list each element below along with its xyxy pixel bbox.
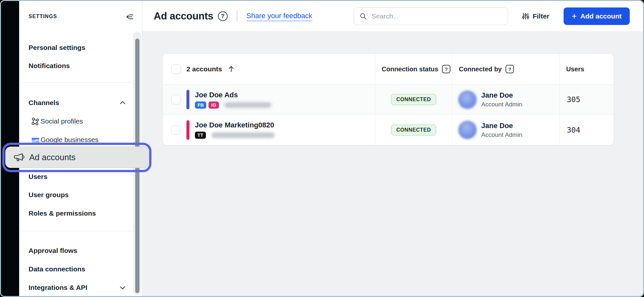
chevron-down-icon — [119, 284, 126, 291]
select-all-checkbox[interactable] — [171, 64, 181, 74]
sidebar-item-integrations-api[interactable]: Integrations & API — [19, 282, 131, 293]
table-header-connection-status: Connection status ? — [375, 54, 452, 84]
main-area: Ad accounts ? Share your feedback — [142, 1, 643, 296]
social-network-icon — [31, 117, 40, 126]
sidebar-item-google-businesses[interactable]: G Google businesses — [19, 134, 131, 146]
status-badge: CONNECTED — [391, 125, 436, 136]
redacted-account-id — [224, 102, 271, 108]
sidebar-item-label: Google businesses — [41, 136, 99, 144]
help-icon[interactable]: ? — [506, 65, 514, 73]
plus-icon: + — [572, 12, 577, 21]
sidebar-item-label: Roles & permissions — [29, 209, 96, 217]
instagram-badge: IG — [209, 101, 219, 109]
account-name: Joe Doe Ads — [195, 91, 271, 99]
redacted-account-id — [211, 132, 275, 138]
table-header-accounts: 2 accounts — [163, 54, 375, 84]
table-row-users-count: 305 — [559, 84, 614, 114]
table-row-status: CONNECTED — [375, 114, 452, 145]
facebook-badge: FB — [195, 101, 206, 109]
table-row-status: CONNECTED — [375, 84, 452, 114]
sidebar-item-ad-accounts[interactable]: Ad accounts — [5, 147, 150, 168]
header-divider — [237, 11, 237, 22]
ad-accounts-table: 2 accounts Connection status ? Connected… — [162, 53, 614, 145]
screenshot-frame: SETTINGS Personal settings Notifications… — [0, 0, 644, 297]
help-icon[interactable]: ? — [442, 65, 450, 73]
account-color-bar — [186, 90, 189, 109]
page-header: Ad accounts ? Share your feedback — [142, 1, 643, 32]
sidebar-item-channels[interactable]: Channels — [19, 97, 131, 109]
sidebar-item-data-connections[interactable]: Data connections — [19, 263, 131, 275]
connected-by-role: Account Admin — [481, 131, 522, 138]
table-row-account-name[interactable]: Joe Doe Ads FB IG — [163, 84, 375, 114]
search-icon — [359, 12, 367, 20]
table-header-users: Users — [559, 54, 614, 84]
status-badge: CONNECTED — [391, 94, 436, 105]
sidebar-item-label: Integrations & API — [29, 284, 87, 291]
sidebar-item-label: User groups — [29, 191, 69, 199]
table-row-connected-by: Jane Doe Account Admin — [452, 84, 559, 114]
sidebar-item-users[interactable]: Users — [19, 171, 131, 183]
filter-sliders-icon — [522, 12, 530, 20]
avatar — [458, 121, 477, 139]
content-area: 2 accounts Connection status ? Connected… — [142, 32, 643, 296]
share-feedback-link[interactable]: Share your feedback — [246, 12, 312, 21]
account-color-bar — [186, 120, 189, 140]
sidebar-item-notifications[interactable]: Notifications — [19, 60, 131, 72]
chevron-up-icon — [119, 99, 126, 107]
sidebar-item-label: Social profiles — [41, 117, 83, 125]
sidebar-item-personal-settings[interactable]: Personal settings — [19, 42, 131, 53]
avatar — [458, 90, 477, 109]
connected-by-role: Account Admin — [481, 101, 522, 108]
sidebar-item-label: Ad accounts — [29, 152, 76, 162]
google-business-icon: G — [31, 135, 40, 144]
row-checkbox[interactable] — [171, 125, 181, 135]
sidebar-divider — [22, 82, 132, 83]
sort-ascending-icon[interactable] — [228, 65, 235, 73]
sidebar-item-label: Approval flows — [29, 247, 78, 255]
page-title: Ad accounts — [154, 10, 213, 22]
sidebar-item-label: Personal settings — [29, 44, 85, 52]
account-name: Joe Doe Marketing0820 — [195, 121, 275, 129]
sidebar-item-label: Channels — [29, 99, 59, 107]
collapse-sidebar-icon[interactable] — [125, 13, 134, 21]
tiktok-badge: TT — [195, 132, 206, 139]
sidebar-item-social-profiles[interactable]: Social profiles — [19, 115, 131, 127]
search-input[interactable] — [371, 12, 503, 20]
sidebar-divider — [22, 231, 132, 231]
megaphone-icon — [13, 152, 24, 162]
table-row-users-count: 304 — [559, 114, 614, 145]
sidebar-item-label: Users — [29, 173, 47, 181]
connected-by-name: Jane Doe — [481, 122, 522, 130]
filter-label: Filter — [533, 12, 549, 20]
sidebar-item-label: Data connections — [29, 265, 85, 273]
sidebar-item-user-groups[interactable]: User groups — [19, 189, 131, 201]
filter-button[interactable]: Filter — [522, 12, 549, 20]
help-icon[interactable]: ? — [218, 11, 228, 21]
svg-text:G: G — [37, 141, 39, 143]
accounts-count-label: 2 accounts — [186, 65, 222, 73]
row-checkbox[interactable] — [171, 95, 181, 104]
sidebar-item-label: Notifications — [29, 62, 70, 70]
add-account-label: Add account — [580, 12, 622, 20]
add-account-button[interactable]: + Add account — [564, 7, 630, 25]
sidebar-item-approval-flows[interactable]: Approval flows — [19, 245, 131, 256]
sidebar-item-roles-permissions[interactable]: Roles & permissions — [19, 208, 131, 219]
connected-by-name: Jane Doe — [481, 91, 522, 100]
sidebar-title: SETTINGS — [29, 11, 57, 22]
search-box[interactable] — [354, 7, 508, 25]
table-row-connected-by: Jane Doe Account Admin — [452, 114, 559, 145]
table-header-connected-by: Connected by ? — [452, 54, 559, 84]
table-row-account-name[interactable]: Joe Doe Marketing0820 TT — [163, 114, 375, 145]
